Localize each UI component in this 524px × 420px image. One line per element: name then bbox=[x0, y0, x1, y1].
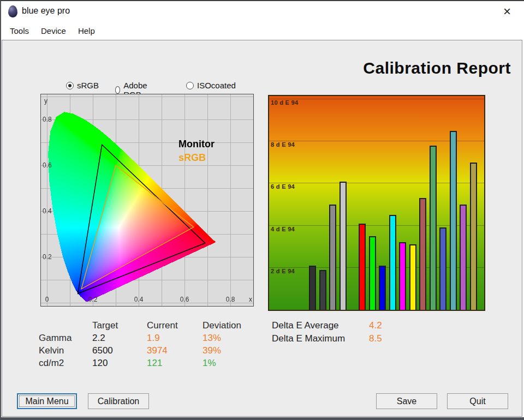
current-value: 3974 bbox=[147, 345, 203, 358]
radio-isocoated[interactable]: ISOcoated bbox=[186, 81, 236, 90]
cie-canvas bbox=[41, 94, 253, 306]
main-menu-button[interactable]: Main Menu bbox=[17, 393, 77, 409]
target-value: 2.2 bbox=[92, 333, 147, 345]
save-button[interactable]: Save bbox=[376, 393, 437, 409]
close-icon[interactable]: × bbox=[498, 3, 516, 20]
delta-e-bar bbox=[340, 182, 347, 310]
delta-e-bar bbox=[409, 244, 416, 310]
delta-e-bar bbox=[460, 205, 467, 310]
cie-chromaticity-chart bbox=[40, 94, 254, 307]
row-label: Kelvin bbox=[39, 345, 92, 358]
menu-item-tools[interactable]: Tools bbox=[4, 23, 35, 38]
delta-e-bar bbox=[399, 242, 406, 310]
measurements-table: TargetCurrentDeviationGamma2.21.913%Kelv… bbox=[39, 320, 263, 370]
current-value: 121 bbox=[147, 358, 203, 370]
deviation-value: 13% bbox=[203, 333, 263, 345]
radio-srgb[interactable]: sRGB bbox=[66, 81, 99, 90]
app-window: blue eye pro × ToolsDeviceHelp Calibrati… bbox=[0, 0, 524, 420]
delta-e-label: Delta E Average bbox=[272, 320, 369, 333]
delta-e-bar bbox=[439, 227, 446, 310]
table-header: Target bbox=[92, 320, 147, 333]
bar-gridline bbox=[269, 99, 484, 99]
row-label: cd/m2 bbox=[39, 358, 92, 370]
delta-e-label: Delta E Maximum bbox=[272, 333, 369, 346]
delta-e-bar bbox=[379, 266, 386, 310]
bar-axis-label: 6 d E 94 bbox=[271, 183, 295, 190]
delta-e-bar bbox=[369, 236, 376, 310]
target-value: 120 bbox=[92, 358, 147, 370]
radio-label: ISOcoated bbox=[197, 81, 236, 90]
menu-item-device[interactable]: Device bbox=[35, 23, 72, 38]
delta-e-bar bbox=[470, 163, 477, 310]
radio-unselected-icon[interactable] bbox=[115, 86, 120, 94]
current-value: 1.9 bbox=[147, 333, 203, 345]
delta-e-bar bbox=[309, 266, 316, 310]
table-header: Deviation bbox=[203, 320, 263, 333]
target-value: 6500 bbox=[92, 345, 147, 358]
delta-e-bar-chart: 10 d E 948 d E 946 d E 944 d E 942 d E 9… bbox=[268, 95, 485, 311]
delta-e-bar bbox=[329, 205, 336, 310]
table-header: Current bbox=[147, 320, 203, 333]
deviation-value: 1% bbox=[203, 358, 263, 370]
delta-e-summary: Delta E Average4.2Delta E Maximum8.5 bbox=[272, 320, 382, 346]
quit-button[interactable]: Quit bbox=[447, 393, 508, 409]
menu-bar: ToolsDeviceHelp bbox=[1, 22, 523, 40]
delta-e-value: 4.2 bbox=[369, 320, 382, 333]
bar-axis-label: 2 d E 94 bbox=[271, 268, 295, 274]
radio-label: sRGB bbox=[77, 81, 99, 90]
page-title: Calibration Report bbox=[363, 59, 511, 77]
title-bar: blue eye pro × bbox=[1, 1, 523, 22]
bar-axis-label: 10 d E 94 bbox=[271, 99, 298, 106]
delta-e-value: 8.5 bbox=[369, 333, 382, 346]
main-panel: Calibration Report sRGBAdobe RGBISOcoate… bbox=[2, 40, 522, 417]
table-header bbox=[39, 320, 92, 333]
delta-e-bar bbox=[419, 198, 426, 310]
delta-e-bar bbox=[450, 131, 457, 310]
bar-axis-label: 4 d E 94 bbox=[271, 226, 295, 232]
app-logo-icon bbox=[8, 5, 17, 17]
window-bottom-edge bbox=[1, 417, 524, 420]
row-label: Gamma bbox=[39, 333, 92, 345]
delta-e-bar bbox=[359, 224, 366, 310]
radio-unselected-icon[interactable] bbox=[186, 82, 194, 89]
radio-selected-icon[interactable] bbox=[66, 82, 74, 89]
delta-e-bar bbox=[389, 215, 396, 310]
window-title: blue eye pro bbox=[22, 6, 70, 16]
menu-item-help[interactable]: Help bbox=[72, 23, 101, 38]
deviation-value: 39% bbox=[203, 345, 263, 358]
delta-e-bar bbox=[430, 146, 437, 310]
delta-e-bar bbox=[319, 270, 326, 310]
bar-axis-label: 8 d E 94 bbox=[271, 141, 295, 148]
calibration-button[interactable]: Calibration bbox=[88, 393, 149, 409]
